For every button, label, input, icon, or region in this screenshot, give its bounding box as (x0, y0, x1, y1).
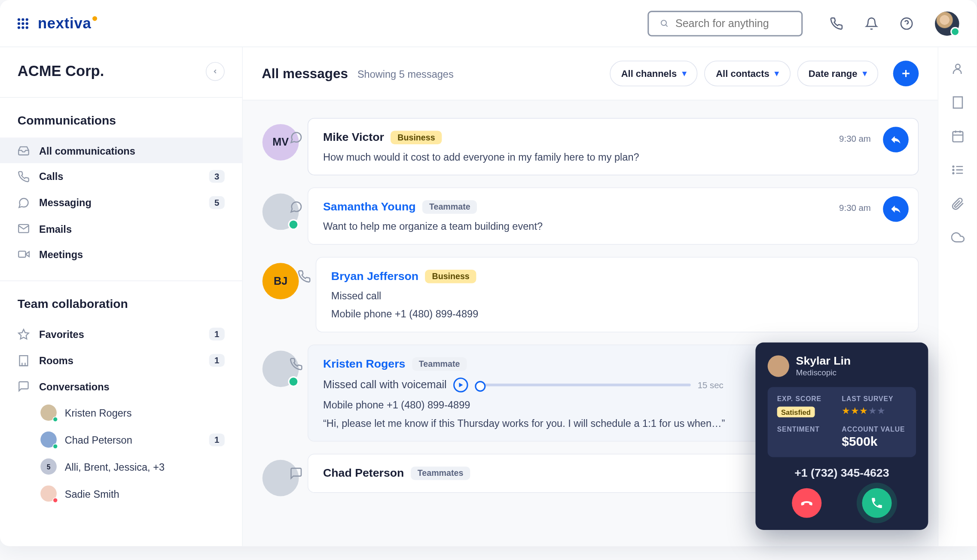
exp-score-chip: Satisfied (777, 407, 815, 417)
count-badge: 1 (209, 354, 224, 367)
sidebar-item-rooms[interactable]: Rooms 1 (0, 347, 242, 374)
section-team-title: Team collaboration (0, 293, 242, 321)
message-body: Want to help me organize a team building… (323, 220, 903, 232)
contact-tag: Business (425, 270, 476, 283)
play-voicemail-button[interactable] (453, 377, 468, 393)
voicemail-label: Missed call with voicemail (323, 379, 447, 391)
notifications-icon[interactable] (865, 16, 878, 30)
unread-badge: 1 (209, 433, 224, 446)
filter-date[interactable]: Date range ▾ (797, 61, 878, 86)
svg-marker-6 (26, 252, 29, 257)
reply-button[interactable] (883, 196, 909, 222)
profile-avatar[interactable] (935, 11, 959, 36)
sender-name[interactable]: Samantha Young (323, 200, 416, 213)
caller-avatar (768, 355, 789, 377)
phone-icon (870, 496, 883, 510)
accept-call-button[interactable] (862, 488, 892, 518)
svg-point-0 (661, 20, 666, 25)
svg-rect-5 (18, 251, 25, 257)
filter-contacts[interactable]: All contacts ▾ (705, 61, 791, 86)
sidebar-item-favorites[interactable]: Favorites 1 (0, 321, 242, 347)
timestamp: 9:30 am (839, 134, 871, 144)
avatar: 5 (40, 459, 57, 475)
search-input[interactable] (675, 17, 791, 29)
app-switcher-icon[interactable] (18, 18, 28, 29)
voicemail-duration: 15 sec (698, 380, 724, 390)
reply-icon (890, 203, 902, 215)
contact-tag: Teammate (422, 200, 477, 213)
sidebar-item-calls[interactable]: Calls 3 (0, 163, 242, 189)
main-pane: All messages Showing 5 messages All chan… (243, 47, 937, 546)
filter-channels[interactable]: All channels ▾ (610, 61, 698, 86)
conversations-icon (18, 380, 30, 392)
message-card[interactable]: Samantha Young Teammate Want to help me … (308, 187, 919, 244)
plus-icon (900, 67, 912, 79)
top-bar: nextiva (0, 0, 977, 47)
section-communications-title: Communications (0, 110, 242, 137)
avatar: BJ (263, 263, 299, 299)
stat-label: LAST SURVEY (842, 395, 907, 402)
sidebar-item-meetings[interactable]: Meetings (0, 241, 242, 267)
sidebar: ACME Corp. Communications All communicat… (0, 47, 243, 546)
sidebar-item-all-communications[interactable]: All communications (0, 137, 242, 163)
sidebar-item-label: Rooms (39, 355, 199, 366)
avatar (40, 432, 57, 448)
conversation-item[interactable]: Chad Peterson 1 (0, 426, 242, 453)
brand-logo: nextiva (38, 15, 97, 32)
org-name: ACME Corp. (18, 63, 104, 80)
sender-name[interactable]: Bryan Jefferson (331, 270, 418, 283)
caller-company: Mediscopic (796, 368, 851, 377)
voicemail-scrubber[interactable] (475, 383, 691, 386)
sidebar-item-emails[interactable]: Emails (0, 216, 242, 241)
conversations-icon (290, 466, 303, 480)
sidebar-item-label: All communications (39, 145, 225, 156)
phone-icon (297, 270, 311, 283)
conversation-item[interactable]: Kristen Rogers (0, 399, 242, 426)
sender-name[interactable]: Kristen Rogers (323, 357, 405, 371)
message-card[interactable]: BJ Bryan Jefferson Business Missed call … (316, 257, 919, 332)
conversation-item[interactable]: 5 Alli, Brent, Jessica, +3 (0, 453, 242, 480)
contact-icon[interactable] (951, 62, 964, 75)
phone-icon (290, 357, 303, 371)
chat-icon (290, 131, 303, 144)
conversation-name: Alli, Brent, Jessica, +3 (65, 461, 165, 472)
sender-name: Mike Victor (323, 131, 384, 144)
cloud-icon[interactable] (951, 231, 964, 244)
filter-label: All contacts (716, 68, 769, 79)
message-card[interactable]: MV Mike Victor Business How much would i… (308, 118, 919, 175)
message-body: How much would it cost to add everyone i… (323, 151, 903, 163)
dialer-icon[interactable] (830, 16, 843, 30)
survey-stars: ★★★★★ (842, 405, 907, 416)
sidebar-item-label: Meetings (39, 249, 225, 260)
reply-button[interactable] (883, 127, 909, 152)
svg-point-30 (953, 173, 954, 174)
filter-label: All channels (621, 68, 677, 79)
sidebar-item-messaging[interactable]: Messaging 5 (0, 189, 242, 216)
call-status: Missed call (331, 290, 903, 301)
conversation-item[interactable]: Sadie Smith (0, 480, 242, 507)
help-icon[interactable] (900, 16, 913, 30)
attachment-icon[interactable] (951, 197, 964, 210)
logo-dot-icon (93, 16, 98, 21)
tasks-icon[interactable] (951, 163, 964, 177)
sidebar-item-conversations[interactable]: Conversations (0, 374, 242, 399)
sidebar-item-label: Messaging (39, 197, 199, 208)
conversation-name: Chad Peterson (65, 434, 201, 445)
inbox-icon (18, 144, 30, 156)
global-search[interactable] (647, 10, 803, 36)
company-icon[interactable] (951, 96, 964, 109)
page-title: All messages (262, 66, 348, 81)
compose-button[interactable] (893, 61, 919, 86)
svg-marker-14 (459, 383, 463, 387)
chevron-left-icon (212, 68, 219, 75)
star-icon (18, 328, 30, 340)
calendar-icon[interactable] (951, 129, 964, 143)
sidebar-item-label: Conversations (39, 380, 225, 392)
stat-label: ACCOUNT VALUE (842, 426, 907, 433)
caller-phone: +1 (732) 345-4623 (768, 466, 916, 480)
search-icon (659, 18, 669, 28)
chat-icon (290, 200, 303, 213)
hangup-icon (799, 496, 814, 511)
collapse-sidebar-button[interactable] (206, 62, 225, 81)
decline-call-button[interactable] (792, 488, 821, 518)
